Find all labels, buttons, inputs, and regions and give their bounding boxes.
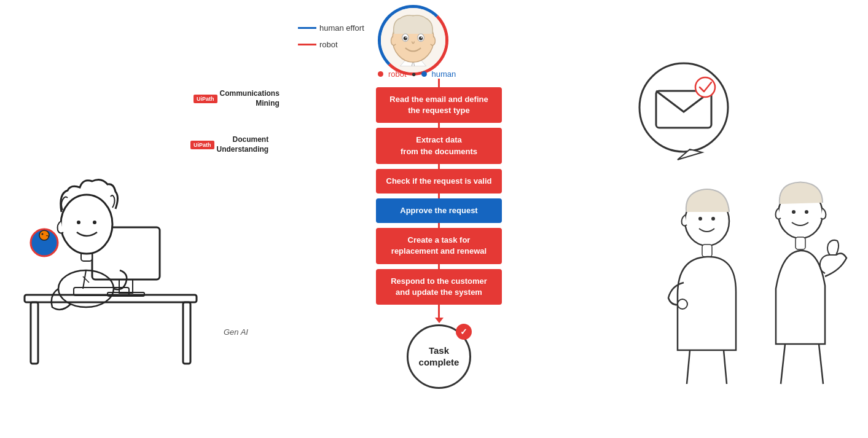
svg-point-17: [42, 233, 44, 235]
svg-line-36: [687, 350, 690, 384]
avatar-area: human effort robot: [378, 5, 448, 76]
gen-ai-text: Gen AI: [224, 327, 248, 337]
connector-5: [438, 264, 440, 269]
connector-1: [438, 123, 440, 128]
legend-human-effort: human effort: [298, 23, 364, 33]
connector-3: [438, 194, 440, 198]
avatar-circle: [378, 5, 448, 76]
left-illustration: [12, 61, 209, 399]
uipath-product-1: CommunicationsMining: [220, 89, 280, 108]
svg-point-33: [711, 217, 715, 221]
connector-2: [438, 164, 440, 169]
flow-step-4: Approve the request: [376, 198, 502, 223]
flow-steps-container: Read the email and define the request ty…: [376, 79, 502, 389]
svg-point-12: [77, 221, 80, 224]
uipath-tag-2: UiPath: [190, 141, 214, 149]
dot-row: robot ● human: [378, 69, 456, 79]
task-complete-text: Task complete: [419, 345, 459, 369]
gen-ai-label: Gen AI: [224, 327, 248, 337]
svg-line-37: [724, 350, 727, 384]
robot-dot-label: robot: [388, 69, 407, 79]
flow-step-1: Read the email and define the request ty…: [376, 87, 502, 123]
svg-point-25: [405, 37, 407, 38]
human-effort-line: [298, 27, 316, 29]
svg-point-35: [678, 299, 687, 309]
svg-rect-2: [183, 302, 190, 364]
svg-line-43: [819, 344, 823, 384]
svg-rect-1: [31, 302, 38, 364]
main-scene: human effort robot: [0, 0, 868, 438]
human-dot-label: human: [432, 69, 456, 79]
svg-point-40: [805, 210, 808, 214]
uipath-tag-1: UiPath: [194, 95, 217, 103]
robot-line: [298, 44, 316, 45]
svg-point-29: [695, 77, 715, 97]
svg-point-26: [421, 37, 422, 38]
flow-step-5: Create a task forreplacement and renewal: [376, 228, 502, 264]
svg-point-11: [61, 195, 112, 254]
svg-point-24: [419, 36, 423, 40]
task-complete-circle: Task complete ✓: [407, 324, 471, 389]
uipath-product-2: DocumentUnderstanding: [217, 135, 269, 154]
connector-arrow: [438, 305, 440, 318]
svg-point-39: [792, 210, 796, 214]
svg-point-13: [93, 221, 96, 224]
svg-rect-34: [702, 244, 712, 257]
arrow-head: [435, 318, 444, 323]
right-illustration: [610, 49, 856, 405]
dot-robot: [378, 71, 383, 77]
flow-step-3: Check if the request is valid: [376, 169, 502, 194]
avatar-face-svg: [381, 8, 445, 72]
svg-line-42: [781, 344, 785, 384]
legend-robot: robot: [298, 40, 364, 49]
uipath-communications-label: UiPath CommunicationsMining: [194, 89, 280, 108]
svg-rect-41: [796, 237, 805, 249]
task-check-badge: ✓: [456, 324, 472, 340]
connector-4: [438, 223, 440, 228]
human-effort-label: human effort: [319, 23, 364, 33]
flow-step-2: Extract datafrom the documents: [376, 128, 502, 163]
robot-label: robot: [319, 40, 338, 49]
connector-top: [438, 79, 440, 87]
uipath-document-label: UiPath DocumentUnderstanding: [190, 135, 268, 154]
svg-point-32: [698, 217, 702, 221]
svg-point-23: [404, 36, 407, 40]
right-scene-svg: [610, 49, 868, 405]
dot-human: [421, 71, 427, 77]
flow-step-6: Respond to the customerand update the sy…: [376, 269, 502, 305]
svg-point-27: [639, 63, 728, 152]
check-icon: ✓: [460, 327, 467, 336]
legend-area: human effort robot: [298, 23, 364, 49]
